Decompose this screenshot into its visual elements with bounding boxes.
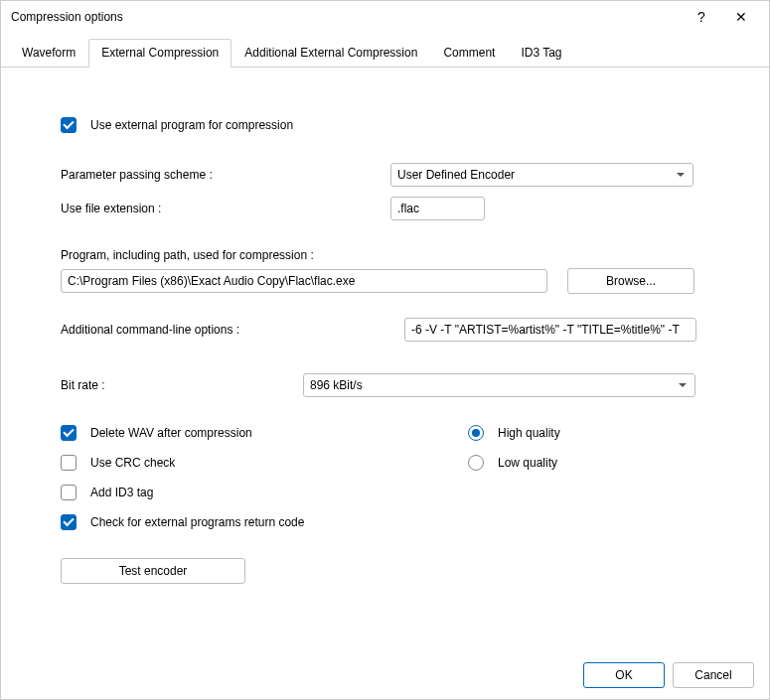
id3-label: Add ID3 tag	[90, 486, 153, 499]
help-button[interactable]: ?	[682, 3, 721, 31]
returncode-label: Check for external programs return code	[90, 515, 304, 529]
dialog-footer: OK Cancel	[583, 662, 754, 688]
tab-id3[interactable]: ID3 Tag	[508, 39, 574, 67]
low-quality-radio[interactable]	[468, 455, 484, 471]
help-icon: ?	[697, 9, 705, 25]
cmdline-label: Additional command-line options :	[61, 323, 404, 337]
cmdline-input[interactable]	[404, 318, 696, 342]
chevron-down-icon	[679, 383, 687, 387]
high-quality-radio[interactable]	[468, 425, 484, 441]
returncode-checkbox[interactable]	[61, 514, 77, 530]
use-external-checkbox[interactable]	[61, 117, 77, 133]
test-encoder-button[interactable]: Test encoder	[61, 558, 245, 584]
tab-external-compression[interactable]: External Compression	[88, 39, 231, 68]
delete-wav-label: Delete WAV after compression	[90, 426, 252, 440]
crc-checkbox[interactable]	[61, 455, 77, 471]
tab-waveform[interactable]: Waveform	[9, 39, 88, 67]
param-scheme-select[interactable]: User Defined Encoder	[390, 163, 693, 187]
file-extension-label: Use file extension :	[61, 202, 390, 215]
browse-button[interactable]: Browse...	[567, 268, 694, 294]
chevron-down-icon	[677, 173, 685, 177]
high-quality-label: High quality	[498, 426, 560, 440]
param-scheme-label: Parameter passing scheme :	[61, 168, 390, 182]
bitrate-label: Bit rate :	[61, 378, 303, 392]
low-quality-label: Low quality	[498, 456, 557, 470]
program-path-label: Program, including path, used for compre…	[61, 248, 314, 262]
cancel-button[interactable]: Cancel	[673, 662, 754, 688]
bitrate-select[interactable]: 896 kBit/s	[303, 373, 695, 397]
program-path-input[interactable]	[61, 269, 547, 293]
bitrate-value: 896 kBit/s	[310, 378, 363, 392]
close-icon: ✕	[735, 9, 747, 25]
use-external-label: Use external program for compression	[90, 118, 293, 132]
ok-button[interactable]: OK	[583, 662, 665, 688]
tab-comment[interactable]: Comment	[430, 39, 508, 67]
id3-checkbox[interactable]	[61, 485, 77, 500]
tab-strip: Waveform External Compression Additional…	[1, 39, 769, 68]
tab-additional-external[interactable]: Additional External Compression	[231, 39, 430, 67]
tab-panel-external: Use external program for compression Par…	[1, 68, 769, 604]
window-title: Compression options	[11, 10, 682, 24]
delete-wav-checkbox[interactable]	[61, 425, 77, 441]
titlebar: Compression options ? ✕	[1, 1, 769, 33]
close-button[interactable]: ✕	[721, 3, 761, 31]
crc-label: Use CRC check	[90, 456, 175, 470]
param-scheme-value: User Defined Encoder	[397, 168, 515, 182]
file-extension-input[interactable]	[390, 197, 485, 220]
